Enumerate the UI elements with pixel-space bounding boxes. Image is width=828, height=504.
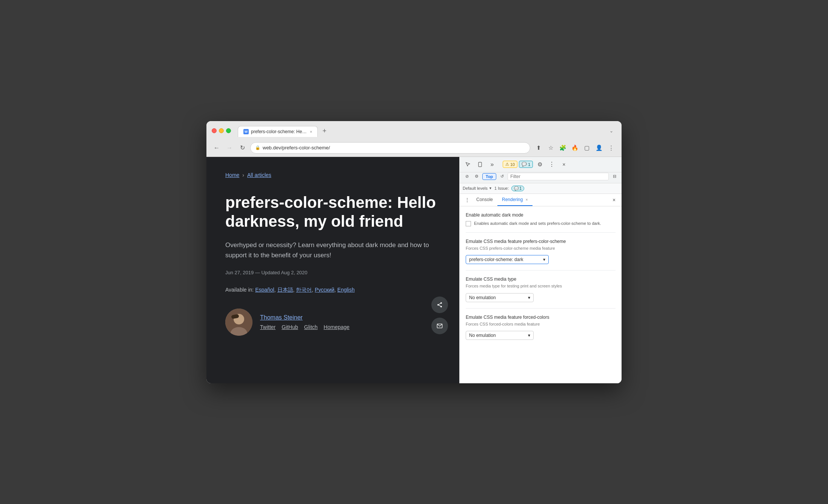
devtools-toolbar: » ⚠ 10 💬 1 ⚙ ⋮ × xyxy=(460,157,622,172)
new-tab-button[interactable]: + xyxy=(319,125,330,137)
dt-more-menu-icon[interactable]: ⋮ xyxy=(546,159,557,170)
dt-default-levels-arrow: ▼ xyxy=(489,186,492,190)
dt-issues-count: 1 xyxy=(528,162,530,167)
browser-window: W prefers-color-scheme: Hello d… × + ⌄ ←… xyxy=(206,121,622,383)
devtools-extension-icon[interactable]: 🔥 xyxy=(569,143,580,153)
forward-button[interactable]: → xyxy=(225,143,234,153)
dt-inspect-icon[interactable] xyxy=(463,159,473,170)
dt-more-panels[interactable]: » xyxy=(487,159,497,170)
dt-tab-rendering[interactable]: Rendering × xyxy=(497,194,533,206)
dt-issues-inline-badge[interactable]: 💬 1 xyxy=(511,186,525,191)
dt-section-media-type: Emulate CSS media type Forces media type… xyxy=(466,277,616,308)
toolbar-icons: ⬆ ☆ 🧩 🔥 ▢ 👤 ⋮ xyxy=(533,143,616,153)
dt-tab-console[interactable]: Console xyxy=(472,194,497,206)
tab-favicon: W xyxy=(243,129,249,134)
dt-filter-icon[interactable]: ⊟ xyxy=(610,172,619,181)
breadcrumb-articles[interactable]: All articles xyxy=(247,172,271,178)
dt-prefers-sublabel: Forces CSS prefers-color-scheme media fe… xyxy=(466,246,616,251)
bookmark-icon[interactable]: ☆ xyxy=(545,143,556,153)
profile-icon[interactable]: 👤 xyxy=(594,143,604,153)
dropdown-arrow[interactable]: ⌄ xyxy=(606,126,616,136)
lang-korean[interactable]: 한국어 xyxy=(296,287,312,293)
dt-issues-count-label: 1 Issue: xyxy=(494,186,509,191)
dt-prefers-select[interactable]: prefers-color-scheme: dark ▾ xyxy=(466,255,549,264)
dt-forced-colors-label: Emulate CSS media feature forced-colors xyxy=(466,315,616,320)
extensions-icon[interactable]: 🧩 xyxy=(557,143,568,153)
share-float-button[interactable] xyxy=(431,297,448,313)
dt-panels-close-button[interactable]: × xyxy=(609,194,619,206)
author-twitter[interactable]: Twitter xyxy=(260,324,275,330)
devtools-tabs: ⋮ Console Rendering × × xyxy=(460,194,622,206)
url-bar[interactable]: 🔒 web.dev/prefers-color-scheme/ xyxy=(250,142,530,154)
dt-filter-input[interactable] xyxy=(508,173,609,180)
dt-device-icon[interactable] xyxy=(475,159,485,170)
author-links: Twitter GitHub Glitch Homepage xyxy=(260,324,349,330)
close-button[interactable] xyxy=(212,128,217,133)
chrome-menu-icon[interactable]: ⋮ xyxy=(606,143,616,153)
dt-default-levels-label: Default levels xyxy=(463,186,488,191)
lang-espanol[interactable]: Español xyxy=(255,287,274,293)
dt-issues-bar: Default levels ▼ 1 Issue: 💬 1 xyxy=(460,183,622,194)
breadcrumb-home[interactable]: Home xyxy=(225,172,239,178)
tab-title: prefers-color-scheme: Hello d… xyxy=(251,129,308,134)
dt-media-type-select-value: No emulation xyxy=(469,295,496,300)
svg-point-0 xyxy=(440,302,442,304)
dt-prefers-select-arrow: ▾ xyxy=(543,257,545,262)
main-area: Home › All articles prefers-color-scheme… xyxy=(206,157,622,383)
breadcrumb: Home › All articles xyxy=(225,172,440,178)
dt-section-prefers: Emulate CSS media feature prefers-color-… xyxy=(466,239,616,270)
devtools-content: Enable automatic dark mode Enables autom… xyxy=(460,206,622,383)
breadcrumb-separator: › xyxy=(242,172,244,178)
devtools-panel: » ⚠ 10 💬 1 ⚙ ⋮ × ⊘ ⚙ Top ↺ xyxy=(459,157,622,383)
url-text: web.dev/prefers-color-scheme/ xyxy=(263,145,525,151)
dt-media-type-select[interactable]: No emulation ▾ xyxy=(466,293,534,302)
address-bar: ← → ↻ 🔒 web.dev/prefers-color-scheme/ ⬆ … xyxy=(206,140,622,157)
dt-tab-rendering-close[interactable]: × xyxy=(526,198,528,202)
maximize-button[interactable] xyxy=(226,128,231,133)
lang-japanese[interactable]: 日本語 xyxy=(277,287,293,293)
dt-inline-issues-icon: 💬 xyxy=(514,186,519,191)
dt-panels-menu-icon[interactable]: ⋮ xyxy=(463,194,472,206)
dt-dark-mode-checkbox-label: Enables automatic dark mode and sets pre… xyxy=(474,221,601,226)
dt-close-button[interactable]: × xyxy=(559,159,569,170)
dt-settings-icon[interactable]: ⚙ xyxy=(534,159,545,170)
dt-default-levels-button[interactable]: Default levels ▼ xyxy=(463,186,492,191)
author-section: Thomas Steiner Twitter GitHub Glitch Hom… xyxy=(225,309,440,336)
dt-prefers-select-value: prefers-color-scheme: dark xyxy=(469,257,523,262)
author-homepage[interactable]: Homepage xyxy=(324,324,350,330)
author-avatar xyxy=(225,309,252,336)
dt-issues-badge[interactable]: 💬 1 xyxy=(519,161,533,168)
lang-english[interactable]: English xyxy=(337,287,355,293)
dt-media-type-select-arrow: ▾ xyxy=(528,295,530,300)
dt-section-forced-colors: Emulate CSS media feature forced-colors … xyxy=(466,315,616,346)
author-name[interactable]: Thomas Steiner xyxy=(260,314,349,321)
dt-forced-colors-select[interactable]: No emulation ▾ xyxy=(466,331,534,340)
dt-top-button[interactable]: Top xyxy=(482,173,496,180)
minimize-button[interactable] xyxy=(219,128,224,133)
dt-warning-badge[interactable]: ⚠ 10 xyxy=(503,161,517,168)
author-glitch[interactable]: Glitch xyxy=(304,324,318,330)
lang-russian[interactable]: Русский xyxy=(315,287,334,293)
author-info: Thomas Steiner Twitter GitHub Glitch Hom… xyxy=(260,314,349,330)
tab-close-button[interactable]: × xyxy=(310,129,312,134)
dt-clear-icon[interactable]: ⊘ xyxy=(463,172,471,181)
refresh-button[interactable]: ↻ xyxy=(237,143,247,153)
float-buttons xyxy=(431,297,448,334)
dt-dark-mode-checkbox[interactable] xyxy=(466,221,471,226)
back-button[interactable]: ← xyxy=(212,143,222,153)
dt-forced-colors-sublabel: Forces CSS forced-colors media feature xyxy=(466,321,616,327)
dt-warning-icon: ⚠ xyxy=(505,162,509,167)
browser-tab[interactable]: W prefers-color-scheme: Hello d… × xyxy=(238,126,318,137)
split-screen-icon[interactable]: ▢ xyxy=(582,143,592,153)
article-title: prefers-color-scheme: Hello darkness, my… xyxy=(225,193,440,231)
dt-refresh-icon[interactable]: ↺ xyxy=(498,172,506,181)
title-bar-top: W prefers-color-scheme: Hello d… × + ⌄ xyxy=(212,125,616,137)
dt-forced-colors-select-value: No emulation xyxy=(469,333,496,338)
dt-tab-rendering-label: Rendering xyxy=(502,197,523,202)
dt-media-type-sublabel: Forces media type for testing print and … xyxy=(466,283,616,289)
email-float-button[interactable] xyxy=(431,318,448,334)
author-github[interactable]: GitHub xyxy=(282,324,298,330)
dt-settings2-icon[interactable]: ⚙ xyxy=(472,172,481,181)
dt-inline-issues-number: 1 xyxy=(520,186,522,191)
share-icon[interactable]: ⬆ xyxy=(533,143,544,153)
